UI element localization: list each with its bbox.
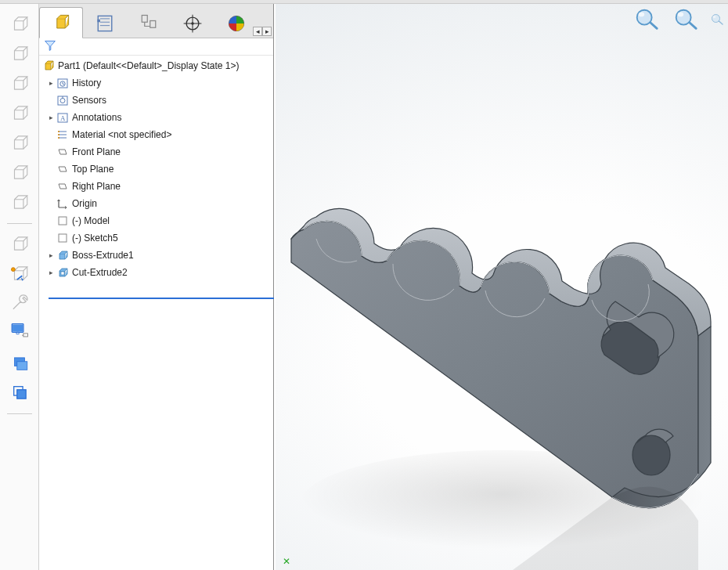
tree-item[interactable]: Origin [39,195,273,212]
feature-manager-panel: ◂ ▸ Part1 (Default<<Default>_Display Sta… [39,4,274,570]
tree-item-label: Top Plane [72,164,114,175]
view-right-button[interactable] [6,99,33,126]
part-icon [42,60,55,72]
tree-item-label: Front Plane [72,146,121,157]
tree-item[interactable]: Material <not specified> [39,126,273,143]
tab-dimxpert-manager[interactable] [171,7,214,38]
tree-expander[interactable]: ▸ [45,79,56,87]
tree-item-label: Material <not specified> [72,129,171,140]
tab-scroll-right[interactable]: ▸ [262,27,272,36]
tree-item[interactable]: (-) Sketch5 [39,229,273,247]
panel-tabs: ◂ ▸ [39,4,273,38]
tree-expander[interactable]: ▸ [45,251,56,259]
tree-item-label: History [72,78,101,88]
tree-item-label: Origin [72,198,97,209]
tree-item-label: Sensors [72,95,106,106]
history-icon [56,77,69,89]
plane-icon [56,180,69,193]
tab-property-manager[interactable] [83,7,127,38]
tree-item[interactable]: ▸Annotations [39,109,273,126]
tree-expander[interactable]: ▸ [45,269,56,276]
tree-root-label: Part1 (Default<<Default>_Display State 1… [58,60,239,71]
tree-item[interactable]: ▸Cut-Extrude2 [39,264,273,281]
tree-expander[interactable]: ▸ [45,114,56,121]
annotations-icon [56,111,69,124]
sketch-icon [56,215,69,227]
plane-icon [56,146,69,158]
sketch-tool-button[interactable] [6,260,33,287]
tree-item[interactable]: ▸Boss-Extrude1 [39,247,273,264]
tree-item[interactable]: ▸History [39,74,273,92]
view-iso-button[interactable] [6,189,33,215]
tree-item-label: (-) Model [72,215,110,226]
tree-root[interactable]: Part1 (Default<<Default>_Display State 1… [39,57,273,74]
tree-item-label: Boss-Extrude1 [72,250,134,261]
material-icon [56,128,69,141]
sketch-icon [56,232,69,244]
panel-splitter[interactable] [272,4,275,570]
view-front-button[interactable] [6,10,33,37]
model-render [276,4,728,570]
boss-extrude-icon [56,249,69,262]
viewport-3d[interactable]: ✕ [276,4,728,570]
sensors-icon [56,94,69,106]
tree-item-label: Cut-Extrude2 [72,267,128,278]
view-bottom-button[interactable] [6,159,33,186]
tab-display-manager[interactable] [214,7,258,38]
tree-item-label: (-) Sketch5 [72,233,118,244]
tab-scroll-left[interactable]: ◂ [253,27,262,36]
tree-item[interactable]: Top Plane [39,161,273,178]
tree-item[interactable]: (-) Model [39,212,273,229]
tab-configuration-manager[interactable] [127,7,171,38]
tab-scroll-arrows: ◂ ▸ [253,27,272,36]
tree-item[interactable]: Right Plane [39,178,273,195]
plane-icon [56,163,69,175]
tree-item-label: Right Plane [72,181,121,192]
view-dimetric-button[interactable] [6,230,33,257]
tree-item[interactable]: Sensors [39,92,273,109]
filter-row[interactable] [39,38,273,56]
cut-extrude-icon [56,266,69,279]
view-back-button[interactable] [6,40,33,67]
view-left-button[interactable] [6,70,33,96]
view-top-button[interactable] [6,129,33,156]
window-stack2-button[interactable] [6,381,33,404]
filter-icon [44,39,56,54]
feature-tree: Part1 (Default<<Default>_Display State 1… [39,56,273,283]
options-tool-button[interactable] [6,290,33,313]
toolbar-divider2 [7,413,32,414]
triad-marker: ✕ [283,556,290,567]
left-toolbar [0,4,39,570]
tab-feature-manager[interactable] [39,7,83,38]
tree-item-label: Annotations [72,112,121,123]
window-stack-button[interactable] [6,352,33,376]
display-tool-button[interactable] [6,318,33,341]
tree-insert-indicator [49,298,274,299]
tree-item[interactable]: Front Plane [39,143,273,161]
toolbar-divider [7,223,32,224]
origin-icon [56,197,69,210]
